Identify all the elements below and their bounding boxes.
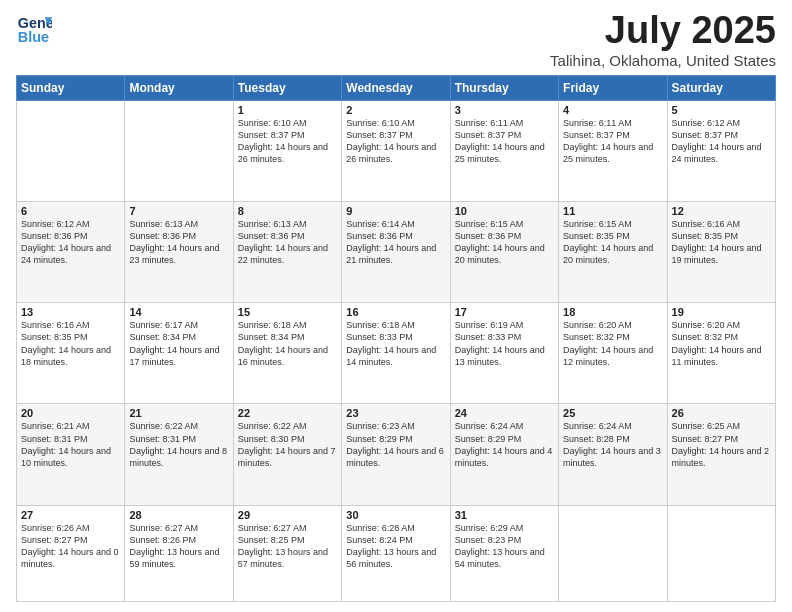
table-row: 27Sunrise: 6:26 AM Sunset: 8:27 PM Dayli… [17, 505, 125, 601]
cell-content: Sunrise: 6:28 AM Sunset: 8:24 PM Dayligh… [346, 522, 445, 571]
day-number: 15 [238, 306, 337, 318]
table-row: 18Sunrise: 6:20 AM Sunset: 8:32 PM Dayli… [559, 303, 667, 404]
day-number: 22 [238, 407, 337, 419]
day-number: 26 [672, 407, 771, 419]
calendar-week-row: 27Sunrise: 6:26 AM Sunset: 8:27 PM Dayli… [17, 505, 776, 601]
cell-content: Sunrise: 6:16 AM Sunset: 8:35 PM Dayligh… [672, 218, 771, 267]
table-row: 6Sunrise: 6:12 AM Sunset: 8:36 PM Daylig… [17, 202, 125, 303]
cell-content: Sunrise: 6:22 AM Sunset: 8:30 PM Dayligh… [238, 420, 337, 469]
table-row: 1Sunrise: 6:10 AM Sunset: 8:37 PM Daylig… [233, 100, 341, 201]
table-row: 11Sunrise: 6:15 AM Sunset: 8:35 PM Dayli… [559, 202, 667, 303]
col-friday: Friday [559, 75, 667, 100]
table-row [125, 100, 233, 201]
col-monday: Monday [125, 75, 233, 100]
day-number: 23 [346, 407, 445, 419]
table-row: 29Sunrise: 6:27 AM Sunset: 8:25 PM Dayli… [233, 505, 341, 601]
table-row: 7Sunrise: 6:13 AM Sunset: 8:36 PM Daylig… [125, 202, 233, 303]
title-block: July 2025 Talihina, Oklahoma, United Sta… [550, 10, 776, 69]
calendar-week-row: 1Sunrise: 6:10 AM Sunset: 8:37 PM Daylig… [17, 100, 776, 201]
table-row: 2Sunrise: 6:10 AM Sunset: 8:37 PM Daylig… [342, 100, 450, 201]
cell-content: Sunrise: 6:26 AM Sunset: 8:27 PM Dayligh… [21, 522, 120, 571]
day-number: 6 [21, 205, 120, 217]
day-number: 2 [346, 104, 445, 116]
table-row: 3Sunrise: 6:11 AM Sunset: 8:37 PM Daylig… [450, 100, 558, 201]
day-number: 27 [21, 509, 120, 521]
table-row: 15Sunrise: 6:18 AM Sunset: 8:34 PM Dayli… [233, 303, 341, 404]
day-number: 20 [21, 407, 120, 419]
svg-text:Blue: Blue [18, 29, 49, 45]
day-number: 12 [672, 205, 771, 217]
day-number: 9 [346, 205, 445, 217]
table-row: 8Sunrise: 6:13 AM Sunset: 8:36 PM Daylig… [233, 202, 341, 303]
month-title: July 2025 [550, 10, 776, 52]
cell-content: Sunrise: 6:22 AM Sunset: 8:31 PM Dayligh… [129, 420, 228, 469]
cell-content: Sunrise: 6:11 AM Sunset: 8:37 PM Dayligh… [563, 117, 662, 166]
table-row: 13Sunrise: 6:16 AM Sunset: 8:35 PM Dayli… [17, 303, 125, 404]
day-number: 28 [129, 509, 228, 521]
cell-content: Sunrise: 6:16 AM Sunset: 8:35 PM Dayligh… [21, 319, 120, 368]
table-row: 26Sunrise: 6:25 AM Sunset: 8:27 PM Dayli… [667, 404, 775, 505]
page: General Blue July 2025 Talihina, Oklahom… [0, 0, 792, 612]
table-row: 31Sunrise: 6:29 AM Sunset: 8:23 PM Dayli… [450, 505, 558, 601]
col-wednesday: Wednesday [342, 75, 450, 100]
table-row: 12Sunrise: 6:16 AM Sunset: 8:35 PM Dayli… [667, 202, 775, 303]
day-number: 30 [346, 509, 445, 521]
location: Talihina, Oklahoma, United States [550, 52, 776, 69]
cell-content: Sunrise: 6:15 AM Sunset: 8:36 PM Dayligh… [455, 218, 554, 267]
table-row [17, 100, 125, 201]
day-number: 18 [563, 306, 662, 318]
col-sunday: Sunday [17, 75, 125, 100]
calendar-table: Sunday Monday Tuesday Wednesday Thursday… [16, 75, 776, 602]
table-row: 24Sunrise: 6:24 AM Sunset: 8:29 PM Dayli… [450, 404, 558, 505]
day-number: 5 [672, 104, 771, 116]
cell-content: Sunrise: 6:18 AM Sunset: 8:34 PM Dayligh… [238, 319, 337, 368]
day-number: 10 [455, 205, 554, 217]
cell-content: Sunrise: 6:12 AM Sunset: 8:36 PM Dayligh… [21, 218, 120, 267]
cell-content: Sunrise: 6:18 AM Sunset: 8:33 PM Dayligh… [346, 319, 445, 368]
cell-content: Sunrise: 6:13 AM Sunset: 8:36 PM Dayligh… [238, 218, 337, 267]
col-saturday: Saturday [667, 75, 775, 100]
table-row: 21Sunrise: 6:22 AM Sunset: 8:31 PM Dayli… [125, 404, 233, 505]
table-row: 28Sunrise: 6:27 AM Sunset: 8:26 PM Dayli… [125, 505, 233, 601]
cell-content: Sunrise: 6:27 AM Sunset: 8:26 PM Dayligh… [129, 522, 228, 571]
table-row: 14Sunrise: 6:17 AM Sunset: 8:34 PM Dayli… [125, 303, 233, 404]
cell-content: Sunrise: 6:14 AM Sunset: 8:36 PM Dayligh… [346, 218, 445, 267]
table-row [559, 505, 667, 601]
cell-content: Sunrise: 6:10 AM Sunset: 8:37 PM Dayligh… [238, 117, 337, 166]
table-row: 9Sunrise: 6:14 AM Sunset: 8:36 PM Daylig… [342, 202, 450, 303]
table-row: 20Sunrise: 6:21 AM Sunset: 8:31 PM Dayli… [17, 404, 125, 505]
cell-content: Sunrise: 6:15 AM Sunset: 8:35 PM Dayligh… [563, 218, 662, 267]
table-row: 19Sunrise: 6:20 AM Sunset: 8:32 PM Dayli… [667, 303, 775, 404]
day-number: 4 [563, 104, 662, 116]
day-number: 29 [238, 509, 337, 521]
logo-icon: General Blue [16, 10, 52, 46]
cell-content: Sunrise: 6:19 AM Sunset: 8:33 PM Dayligh… [455, 319, 554, 368]
table-row: 22Sunrise: 6:22 AM Sunset: 8:30 PM Dayli… [233, 404, 341, 505]
calendar-week-row: 20Sunrise: 6:21 AM Sunset: 8:31 PM Dayli… [17, 404, 776, 505]
col-tuesday: Tuesday [233, 75, 341, 100]
day-number: 24 [455, 407, 554, 419]
cell-content: Sunrise: 6:29 AM Sunset: 8:23 PM Dayligh… [455, 522, 554, 571]
calendar-week-row: 13Sunrise: 6:16 AM Sunset: 8:35 PM Dayli… [17, 303, 776, 404]
calendar-header-row: Sunday Monday Tuesday Wednesday Thursday… [17, 75, 776, 100]
cell-content: Sunrise: 6:10 AM Sunset: 8:37 PM Dayligh… [346, 117, 445, 166]
table-row: 30Sunrise: 6:28 AM Sunset: 8:24 PM Dayli… [342, 505, 450, 601]
cell-content: Sunrise: 6:12 AM Sunset: 8:37 PM Dayligh… [672, 117, 771, 166]
day-number: 19 [672, 306, 771, 318]
table-row: 17Sunrise: 6:19 AM Sunset: 8:33 PM Dayli… [450, 303, 558, 404]
cell-content: Sunrise: 6:23 AM Sunset: 8:29 PM Dayligh… [346, 420, 445, 469]
day-number: 13 [21, 306, 120, 318]
table-row: 16Sunrise: 6:18 AM Sunset: 8:33 PM Dayli… [342, 303, 450, 404]
day-number: 25 [563, 407, 662, 419]
day-number: 17 [455, 306, 554, 318]
cell-content: Sunrise: 6:17 AM Sunset: 8:34 PM Dayligh… [129, 319, 228, 368]
table-row: 5Sunrise: 6:12 AM Sunset: 8:37 PM Daylig… [667, 100, 775, 201]
day-number: 14 [129, 306, 228, 318]
cell-content: Sunrise: 6:25 AM Sunset: 8:27 PM Dayligh… [672, 420, 771, 469]
day-number: 11 [563, 205, 662, 217]
header: General Blue July 2025 Talihina, Oklahom… [16, 10, 776, 69]
table-row: 25Sunrise: 6:24 AM Sunset: 8:28 PM Dayli… [559, 404, 667, 505]
calendar-week-row: 6Sunrise: 6:12 AM Sunset: 8:36 PM Daylig… [17, 202, 776, 303]
cell-content: Sunrise: 6:13 AM Sunset: 8:36 PM Dayligh… [129, 218, 228, 267]
day-number: 3 [455, 104, 554, 116]
